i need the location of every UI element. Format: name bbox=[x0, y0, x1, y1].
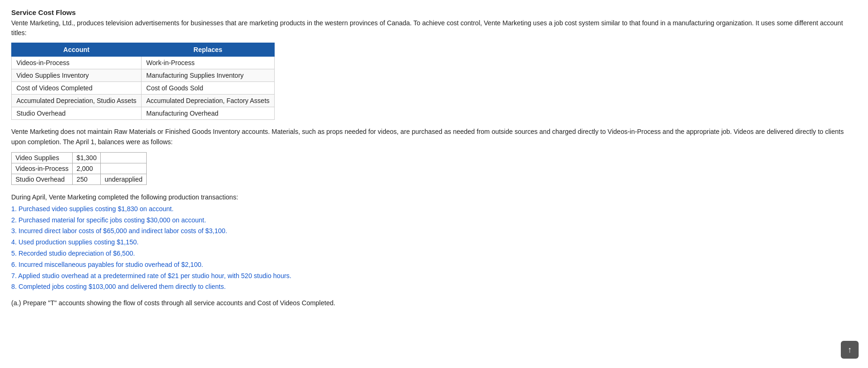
transactions-header: During April, Vente Marketing completed … bbox=[11, 193, 857, 201]
balance-cell: Studio Overhead bbox=[12, 174, 73, 184]
table-cell: Accumulated Depreciation, Factory Assets bbox=[142, 95, 275, 107]
replaces-col-header: Replaces bbox=[142, 43, 275, 57]
account-table: Account Replaces Videos-in-ProcessWork-i… bbox=[11, 43, 275, 120]
balance-cell bbox=[101, 152, 147, 163]
balance-table: Video Supplies$1,300Videos-in-Process2,0… bbox=[11, 152, 147, 185]
page-title: Service Cost Flows bbox=[11, 8, 857, 16]
table-cell: Studio Overhead bbox=[12, 107, 142, 120]
balance-cell: Video Supplies bbox=[12, 152, 73, 163]
table-cell: Work-in-Process bbox=[142, 57, 275, 69]
table-cell: Accumulated Depreciation, Studio Assets bbox=[12, 95, 142, 107]
balance-cell: underapplied bbox=[101, 174, 147, 184]
list-item: 7. Applied studio overhead at a predeter… bbox=[11, 271, 857, 282]
table-cell: Cost of Videos Completed bbox=[12, 82, 142, 95]
list-item: 1. Purchased video supplies costing $1,8… bbox=[11, 204, 857, 215]
list-item: 5. Recorded studio depreciation of $6,50… bbox=[11, 248, 857, 259]
balance-cell: 250 bbox=[73, 174, 101, 184]
list-item: 8. Completed jobs costing $103,000 and d… bbox=[11, 281, 857, 293]
account-col-header: Account bbox=[12, 43, 142, 57]
body-text: Vente Marketing does not maintain Raw Ma… bbox=[11, 126, 857, 147]
balance-cell: $1,300 bbox=[73, 152, 101, 163]
balance-cell bbox=[101, 163, 147, 174]
table-cell: Video Supplies Inventory bbox=[12, 69, 142, 82]
list-item: 6. Incurred miscellaneous payables for s… bbox=[11, 259, 857, 271]
intro-text: Vente Marketing, Ltd., produces televisi… bbox=[11, 18, 857, 38]
table-cell: Videos-in-Process bbox=[12, 57, 142, 69]
list-item: 3. Incurred direct labor costs of $65,00… bbox=[11, 226, 857, 237]
table-cell: Manufacturing Overhead bbox=[142, 107, 275, 120]
balance-cell: Videos-in-Process bbox=[12, 163, 73, 174]
table-cell: Manufacturing Supplies Inventory bbox=[142, 69, 275, 82]
list-item: 2. Purchased material for specific jobs … bbox=[11, 215, 857, 226]
table-cell: Cost of Goods Sold bbox=[142, 82, 275, 95]
question-text: (a.) Prepare "T" accounts showing the fl… bbox=[11, 299, 857, 307]
transactions-list: 1. Purchased video supplies costing $1,8… bbox=[11, 204, 857, 293]
balance-cell: 2,000 bbox=[73, 163, 101, 174]
list-item: 4. Used production supplies costing $1,1… bbox=[11, 237, 857, 248]
